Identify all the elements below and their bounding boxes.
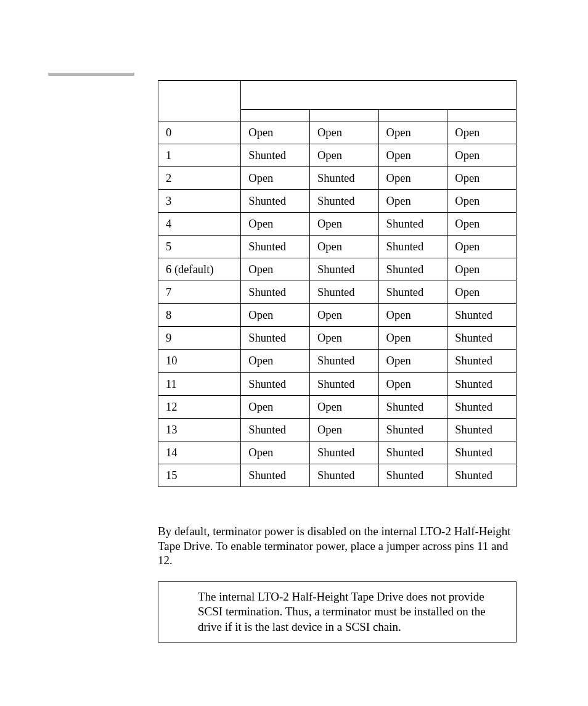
jumper-table: 0OpenOpenOpenOpen1ShuntedOpenOpenOpen2Op… xyxy=(158,80,517,487)
table-cell-value: Shunted xyxy=(378,258,447,281)
table-cell-value: Open xyxy=(309,213,378,236)
table-cell-value: Open xyxy=(309,144,378,167)
table-cell-value: Open xyxy=(447,121,517,144)
table-cell-value: Open xyxy=(241,304,310,327)
table-row: 11ShuntedShuntedOpenShunted xyxy=(158,372,517,395)
table-cell-id: 0 xyxy=(158,121,241,144)
table-cell-id: 14 xyxy=(158,441,241,464)
table-cell-value: Shunted xyxy=(378,418,447,441)
table-cell-id: 15 xyxy=(158,464,241,486)
table-cell-value: Shunted xyxy=(241,327,310,350)
table-row: 10OpenShuntedOpenShunted xyxy=(158,350,517,372)
table-cell-value: Shunted xyxy=(378,464,447,486)
table-cell-value: Open xyxy=(241,258,310,281)
table-cell-id: 10 xyxy=(158,350,241,372)
body-paragraph: By default, terminator power is disabled… xyxy=(158,524,517,568)
table-cell-value: Shunted xyxy=(447,395,517,418)
table-cell-value: Shunted xyxy=(241,372,310,395)
table-cell-value: Shunted xyxy=(447,372,517,395)
table-cell-id: 12 xyxy=(158,395,241,418)
table-cell-value: Open xyxy=(447,190,517,213)
note-box: The internal LTO-2 Half-Height Tape Driv… xyxy=(158,581,517,642)
table-cell-value: Shunted xyxy=(378,395,447,418)
table-cell-value: Shunted xyxy=(378,281,447,304)
page: 0OpenOpenOpenOpen1ShuntedOpenOpenOpen2Op… xyxy=(0,0,588,706)
table-cell-value: Open xyxy=(378,304,447,327)
table-cell-value: Shunted xyxy=(241,190,310,213)
table-cell-value: Open xyxy=(309,418,378,441)
table-row: 7ShuntedShuntedShuntedOpen xyxy=(158,281,517,304)
table-cell-value: Open xyxy=(241,350,310,372)
table-cell-value: Open xyxy=(447,167,517,190)
note-text: The internal LTO-2 Half-Height Tape Driv… xyxy=(198,590,486,633)
table-cell-value: Shunted xyxy=(309,372,378,395)
table-cell-id: 1 xyxy=(158,144,241,167)
table-cell-id: 2 xyxy=(158,167,241,190)
table-cell-value: Shunted xyxy=(309,350,378,372)
table-cell-value: Open xyxy=(378,144,447,167)
table-cell-value: Shunted xyxy=(309,167,378,190)
table-cell-value: Open xyxy=(447,258,517,281)
table-cell-value: Shunted xyxy=(309,464,378,486)
content-area: 0OpenOpenOpenOpen1ShuntedOpenOpenOpen2Op… xyxy=(158,80,517,642)
table-cell-value: Open xyxy=(241,441,310,464)
table-cell-value: Shunted xyxy=(309,190,378,213)
table-cell-value: Shunted xyxy=(241,236,310,258)
table-row: 4OpenOpenShuntedOpen xyxy=(158,213,517,236)
table-cell-value: Open xyxy=(378,350,447,372)
table-cell-value: Open xyxy=(378,372,447,395)
table-cell-value: Open xyxy=(378,327,447,350)
table-cell-value: Open xyxy=(378,167,447,190)
table-cell-value: Open xyxy=(447,144,517,167)
table-cell-value: Shunted xyxy=(378,236,447,258)
table-cell-value: Shunted xyxy=(447,304,517,327)
table-cell-id: 8 xyxy=(158,304,241,327)
table-cell-value: Shunted xyxy=(378,213,447,236)
table-cell-value: Open xyxy=(241,121,310,144)
table-row: 15ShuntedShuntedShuntedShunted xyxy=(158,464,517,486)
table-header-blank-left xyxy=(158,81,241,121)
table-cell-id: 13 xyxy=(158,418,241,441)
table-cell-id: 11 xyxy=(158,372,241,395)
table-header-blank-top xyxy=(241,81,517,110)
table-cell-value: Shunted xyxy=(241,464,310,486)
table-cell-id: 7 xyxy=(158,281,241,304)
table-cell-value: Open xyxy=(309,395,378,418)
table-cell-value: Shunted xyxy=(447,327,517,350)
table-cell-value: Shunted xyxy=(309,258,378,281)
table-cell-value: Shunted xyxy=(447,441,517,464)
table-cell-id: 9 xyxy=(158,327,241,350)
table-cell-id: 5 xyxy=(158,236,241,258)
table-cell-value: Open xyxy=(447,281,517,304)
table-cell-value: Shunted xyxy=(447,418,517,441)
table-cell-value: Open xyxy=(447,236,517,258)
table-subheader-4 xyxy=(447,110,517,121)
table-cell-value: Open xyxy=(309,121,378,144)
table-row: 0OpenOpenOpenOpen xyxy=(158,121,517,144)
table-row: 3ShuntedShuntedOpenOpen xyxy=(158,190,517,213)
table-row: 6 (default)OpenShuntedShuntedOpen xyxy=(158,258,517,281)
table-cell-value: Shunted xyxy=(241,144,310,167)
table-row: 12OpenOpenShuntedShunted xyxy=(158,395,517,418)
table-cell-value: Open xyxy=(309,304,378,327)
table-row: 8OpenOpenOpenShunted xyxy=(158,304,517,327)
table-cell-id: 6 (default) xyxy=(158,258,241,281)
table-row: 13ShuntedOpenShuntedShunted xyxy=(158,418,517,441)
table-row: 9ShuntedOpenOpenShunted xyxy=(158,327,517,350)
table-cell-value: Open xyxy=(241,395,310,418)
side-rule xyxy=(48,73,134,76)
table-subheader-1 xyxy=(241,110,310,121)
table-cell-value: Shunted xyxy=(447,350,517,372)
table-cell-value: Shunted xyxy=(309,281,378,304)
table-cell-value: Open xyxy=(378,121,447,144)
table-cell-value: Open xyxy=(309,327,378,350)
table-cell-value: Shunted xyxy=(378,441,447,464)
table-cell-value: Open xyxy=(378,190,447,213)
table-cell-value: Open xyxy=(447,213,517,236)
table-cell-value: Open xyxy=(309,236,378,258)
table-cell-value: Shunted xyxy=(241,418,310,441)
table-cell-value: Open xyxy=(241,167,310,190)
table-cell-value: Shunted xyxy=(447,464,517,486)
table-row: 5ShuntedOpenShuntedOpen xyxy=(158,236,517,258)
table-cell-value: Shunted xyxy=(309,441,378,464)
